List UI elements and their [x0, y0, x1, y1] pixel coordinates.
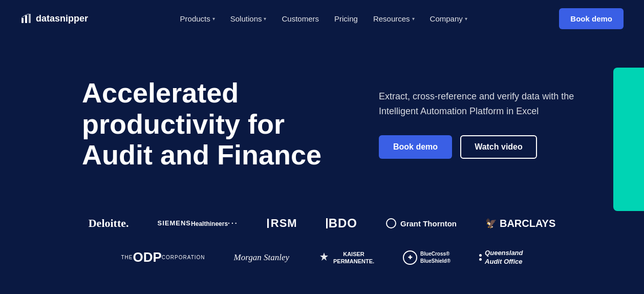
logo-rsm: RSM — [253, 212, 312, 235]
logo-grant-thornton: Grant Thornton — [372, 213, 471, 234]
nav-item-customers[interactable]: Customers — [275, 10, 325, 27]
svg-rect-1 — [25, 15, 27, 23]
nav-item-pricing[interactable]: Pricing — [328, 10, 364, 27]
nav-label-resources: Resources — [373, 14, 410, 23]
nav-item-company[interactable]: Company ▾ — [424, 10, 474, 27]
svg-rect-0 — [22, 18, 24, 23]
hero-watch-video-button[interactable]: Watch video — [460, 135, 537, 159]
nav-book-demo-button[interactable]: Book demo — [559, 8, 624, 29]
logo-text: datasnipper — [36, 13, 88, 24]
logo-bluecross-blueshield: ✚ BlueCross® BlueShield® — [389, 245, 465, 270]
logos-row-1: Deloitte. SIEMENS Healthineers··· RSM BD… — [31, 211, 613, 236]
nav-item-products[interactable]: Products ▾ — [174, 10, 221, 27]
teal-accent-decoration — [613, 68, 644, 211]
nav-label-pricing: Pricing — [334, 14, 358, 23]
hero-right: Extract, cross-reference and verify data… — [348, 89, 604, 159]
svg-rect-2 — [29, 14, 31, 23]
logo-queensland-audit-office: Queensland Audit Office — [465, 244, 537, 271]
hero-section: Accelerated productivity for Audit and F… — [0, 37, 644, 201]
chevron-down-icon: ▾ — [264, 16, 266, 22]
logo-deloitte: Deloitte. — [74, 212, 143, 235]
logo-siemens-healthineers: SIEMENS Healthineers··· — [143, 214, 253, 234]
logo[interactable]: datasnipper — [20, 13, 88, 24]
chevron-down-icon: ▾ — [465, 16, 467, 22]
logos-section: Deloitte. SIEMENS Healthineers··· RSM BD… — [0, 201, 644, 294]
logo-odp-corporation: THE ODP CORPORATION — [106, 244, 219, 270]
logo-kaiser-permanente: KAISER PERMANENTE. — [304, 245, 389, 270]
nav-item-solutions[interactable]: Solutions ▾ — [224, 10, 273, 27]
nav-label-customers: Customers — [282, 14, 319, 23]
logo-icon — [20, 13, 32, 24]
nav-label-products: Products — [180, 14, 210, 23]
navbar: datasnipper Products ▾ Solutions ▾ Custo… — [0, 0, 644, 37]
nav-label-solutions: Solutions — [230, 14, 262, 23]
logo-morgan-stanley: Morgan Stanley — [220, 247, 304, 268]
hero-buttons: Book demo Watch video — [379, 135, 604, 159]
nav-label-company: Company — [430, 14, 463, 23]
logo-barclays: 🦅 BARCLAYS — [471, 213, 570, 235]
nav-item-resources[interactable]: Resources ▾ — [367, 10, 421, 27]
logo-bdo: BDO — [312, 211, 372, 236]
hero-left: Accelerated productivity for Audit and F… — [82, 77, 348, 170]
hero-book-demo-button[interactable]: Book demo — [379, 135, 452, 159]
logos-row-2: THE ODP CORPORATION Morgan Stanley KAISE… — [31, 244, 613, 271]
chevron-down-icon: ▾ — [212, 16, 215, 22]
hero-subtitle: Extract, cross-reference and verify data… — [379, 89, 604, 119]
chevron-down-icon: ▾ — [412, 16, 415, 22]
hero-title: Accelerated productivity for Audit and F… — [82, 77, 348, 170]
nav-links: Products ▾ Solutions ▾ Customers Pricing… — [174, 10, 474, 27]
